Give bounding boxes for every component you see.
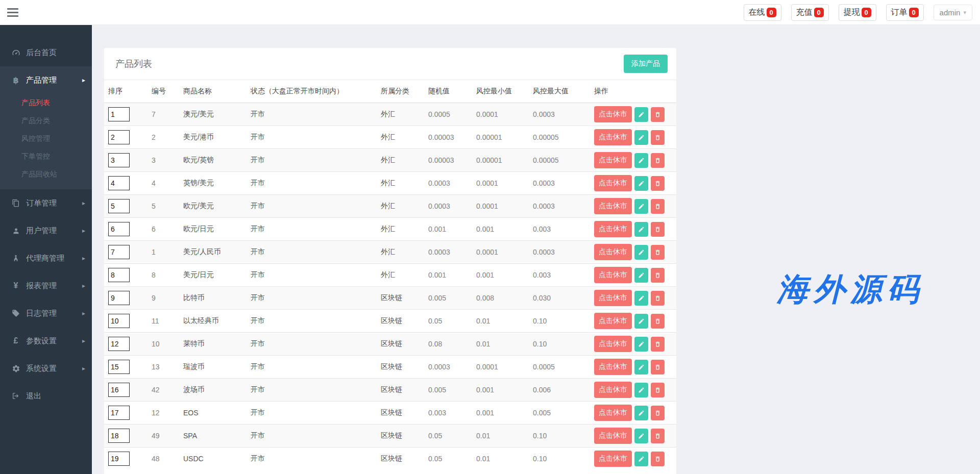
status-cell: 开市 <box>247 103 377 126</box>
sort-input[interactable] <box>108 383 130 397</box>
sort-input[interactable] <box>108 176 130 190</box>
edit-button[interactable] <box>634 176 648 191</box>
sort-input[interactable] <box>108 337 130 351</box>
delete-button[interactable] <box>651 337 665 352</box>
sort-input[interactable] <box>108 107 130 121</box>
delete-button[interactable] <box>651 360 665 375</box>
edit-button[interactable] <box>634 222 648 237</box>
close-market-button[interactable]: 点击休市 <box>594 106 632 122</box>
sidebar-item-report-management[interactable]: ¥ 报表管理 ▸ <box>0 272 92 300</box>
delete-button[interactable] <box>651 222 665 237</box>
close-market-button[interactable]: 点击休市 <box>594 152 632 168</box>
close-market-button[interactable]: 点击休市 <box>594 221 632 237</box>
sort-input[interactable] <box>108 360 130 374</box>
close-market-button[interactable]: 点击休市 <box>594 382 632 398</box>
risk-min-cell: 0.00001 <box>472 126 529 149</box>
order-stat-button[interactable]: 订单 0 <box>886 4 924 21</box>
edit-button[interactable] <box>634 337 648 352</box>
edit-button[interactable] <box>634 291 648 306</box>
sidebar-item-product-management[interactable]: ฿ 产品管理 ▸ <box>0 66 92 94</box>
delete-button[interactable] <box>651 130 665 145</box>
edit-button[interactable] <box>634 153 648 168</box>
sidebar-item-agent-management[interactable]: 代理商管理 ▸ <box>0 244 92 272</box>
sort-input[interactable] <box>108 406 130 420</box>
edit-button[interactable] <box>634 245 648 260</box>
close-market-button[interactable]: 点击休市 <box>594 428 632 444</box>
sort-input[interactable] <box>108 452 130 466</box>
delete-button[interactable] <box>651 199 665 214</box>
id-cell: 10 <box>148 333 179 356</box>
edit-button[interactable] <box>634 429 648 443</box>
random-cell: 0.001 <box>424 218 472 241</box>
edit-button[interactable] <box>634 452 648 466</box>
edit-button[interactable] <box>634 199 648 214</box>
sort-input[interactable] <box>108 314 130 328</box>
sidebar-item-user-management[interactable]: 用户管理 ▸ <box>0 217 92 244</box>
risk-max-cell: 0.0003 <box>529 172 590 195</box>
user-menu-button[interactable]: admin ▾ <box>934 5 972 20</box>
delete-button[interactable] <box>651 291 665 306</box>
random-cell: 0.005 <box>424 379 472 402</box>
edit-button[interactable] <box>634 314 648 329</box>
sidebar-item-product-category[interactable]: 产品分类 <box>0 112 92 130</box>
close-market-button[interactable]: 点击休市 <box>594 129 632 145</box>
add-product-button[interactable]: 添加产品 <box>624 55 668 73</box>
close-market-button[interactable]: 点击休市 <box>594 313 632 329</box>
close-market-button[interactable]: 点击休市 <box>594 290 632 306</box>
id-cell: 13 <box>148 356 179 379</box>
sidebar-item-home[interactable]: 后台首页 <box>0 39 92 66</box>
table-row: 7澳元/美元开市外汇0.00050.00010.0003点击休市 <box>104 103 676 126</box>
sort-input[interactable] <box>108 429 130 443</box>
edit-button[interactable] <box>634 383 648 397</box>
edit-button[interactable] <box>634 130 648 145</box>
close-market-button[interactable]: 点击休市 <box>594 451 632 467</box>
sort-input[interactable] <box>108 291 130 305</box>
sidebar-item-logout[interactable]: 退出 <box>0 382 92 410</box>
yen-icon: ¥ <box>10 281 21 290</box>
sort-input[interactable] <box>108 245 130 259</box>
sort-input[interactable] <box>108 268 130 282</box>
delete-button[interactable] <box>651 153 665 168</box>
delete-button[interactable] <box>651 383 665 397</box>
actions-cell: 点击休市 <box>590 195 676 218</box>
sidebar-item-order-management[interactable]: 订单管理 ▸ <box>0 189 92 217</box>
sidebar-item-log-management[interactable]: 日志管理 ▸ <box>0 300 92 327</box>
sort-cell <box>104 402 148 425</box>
delete-button[interactable] <box>651 107 665 122</box>
online-stat-button[interactable]: 在线 0 <box>744 4 781 21</box>
close-market-button[interactable]: 点击休市 <box>594 336 632 352</box>
delete-button[interactable] <box>651 429 665 443</box>
close-market-button[interactable]: 点击休市 <box>594 198 632 214</box>
close-market-button[interactable]: 点击休市 <box>594 175 632 191</box>
withdraw-stat-button[interactable]: 提现 0 <box>839 4 876 21</box>
trash-icon <box>654 226 661 233</box>
close-market-button[interactable]: 点击休市 <box>594 405 632 421</box>
sidebar-item-parameter-settings[interactable]: £ 参数设置 ▸ <box>0 327 92 355</box>
edit-button[interactable] <box>634 268 648 283</box>
id-cell: 1 <box>148 241 179 264</box>
sidebar-item-risk-management[interactable]: 风控管理 <box>0 130 92 147</box>
delete-button[interactable] <box>651 452 665 466</box>
sort-input[interactable] <box>108 199 130 213</box>
delete-button[interactable] <box>651 406 665 420</box>
edit-button[interactable] <box>634 406 648 420</box>
sort-input[interactable] <box>108 130 130 144</box>
risk-max-cell: 0.10 <box>529 425 590 447</box>
menu-toggle-icon[interactable] <box>7 8 18 17</box>
recharge-stat-button[interactable]: 充值 0 <box>791 4 829 21</box>
sidebar-item-system-settings[interactable]: 系统设置 ▸ <box>0 355 92 382</box>
edit-button[interactable] <box>634 360 648 375</box>
sidebar-item-order-control[interactable]: 下单管控 <box>0 147 92 165</box>
delete-button[interactable] <box>651 268 665 283</box>
sort-input[interactable] <box>108 153 130 167</box>
sidebar-item-product-list[interactable]: 产品列表 <box>0 94 92 112</box>
delete-button[interactable] <box>651 176 665 191</box>
close-market-button[interactable]: 点击休市 <box>594 244 632 260</box>
sidebar-item-product-recycle[interactable]: 产品回收站 <box>0 165 92 183</box>
close-market-button[interactable]: 点击休市 <box>594 359 632 375</box>
delete-button[interactable] <box>651 314 665 329</box>
edit-button[interactable] <box>634 107 648 122</box>
sort-input[interactable] <box>108 222 130 236</box>
delete-button[interactable] <box>651 245 665 260</box>
close-market-button[interactable]: 点击休市 <box>594 267 632 283</box>
